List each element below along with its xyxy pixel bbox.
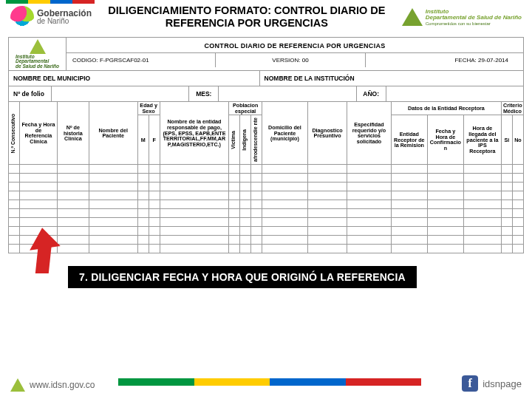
meta-fecha: FECHA: 29-07-2014 <box>366 53 523 67</box>
slide-header: Gobernación de Nariño DILIGENCIAMIENTO F… <box>0 0 532 33</box>
table-body <box>9 165 524 253</box>
idsn-line2: Departamental de Salud de Nariño <box>426 14 522 21</box>
col-entidad-pago: Nombre de la entidad responsable de pago… <box>160 102 229 165</box>
triangle-icon <box>30 39 46 54</box>
col-domicilio: Domicilio del Paciente (municipio) <box>262 102 308 165</box>
col-especifidad: Especifidad requerido y/o servicios soli… <box>347 102 392 165</box>
table-row <box>9 165 524 174</box>
table-row <box>9 227 524 236</box>
col-afro: afrodescendie nte <box>253 116 258 163</box>
meta-codigo: CODIGO: F-PGRSCAF02-01 <box>66 53 216 67</box>
col-diagnostico: Diagnostico Presuntivo <box>307 102 347 165</box>
idsn-logo: Instituto Departamental de Salud de Nari… <box>402 8 522 26</box>
field-mes[interactable] <box>219 86 356 101</box>
slide-title: DILIGENCIAMIENTO FORMATO: CONTROL DIARIO… <box>99 4 395 30</box>
form-table: N.º Consecutivo Fecha y Hora de Referenc… <box>8 102 524 253</box>
col-edad-sexo: Edad y Sexo <box>137 102 160 115</box>
label-mes: MES: <box>189 86 219 101</box>
col-historia: Nº de historia Clínica <box>58 102 89 165</box>
col-criterio: Criterio Médico <box>501 102 523 115</box>
col-victima: Victima <box>231 129 236 151</box>
footer-color-bar <box>118 378 421 386</box>
col-fecha-conf: Fecha y Hora de Confirmacio n <box>427 115 463 165</box>
triangle-icon <box>402 8 423 26</box>
table-row <box>9 245 524 253</box>
field-ano[interactable] <box>386 86 523 101</box>
field-municipio[interactable] <box>95 71 259 86</box>
triangle-icon <box>10 378 25 392</box>
table-row <box>9 174 524 183</box>
col-indigena: Indigena <box>242 128 247 152</box>
heart-icon <box>10 6 34 28</box>
meta-version: VERSION: 00 <box>216 53 365 67</box>
label-ano: AÑO: <box>357 86 386 101</box>
field-folio[interactable] <box>52 86 189 101</box>
col-paciente: Nombre del Paciente <box>89 102 137 165</box>
table-row <box>9 200 524 209</box>
table-row <box>9 218 524 227</box>
col-fecha-ref: Fecha y Hora de Referencia Clínica <box>19 102 57 165</box>
col-poblacion: Poblacion especial <box>229 102 262 115</box>
gobernacion-logo: Gobernación de Nariño <box>10 6 92 28</box>
col-entidad-rec: Entidad Receptor de la Remision <box>391 115 427 165</box>
top-color-stripe <box>6 0 95 4</box>
table-row <box>9 209 524 218</box>
idsn-tag: Comprometidos con su bienestar <box>426 21 491 26</box>
facebook-icon: f <box>462 375 478 392</box>
form-heading: CONTROL DIARIO DE REFERENCIA POR URGENCI… <box>66 38 523 53</box>
col-consecutivo: N.º Consecutivo <box>10 112 16 155</box>
field-institucion[interactable] <box>359 71 523 86</box>
col-f: F <box>149 115 160 165</box>
form-sheet: InstitutoDepartamentalde Salud de Nariño… <box>7 36 525 255</box>
col-no: No <box>512 115 523 165</box>
label-folio: Nº de folio <box>9 86 52 101</box>
table-row <box>9 236 524 245</box>
label-municipio: NOMBRE DEL MUNICIPIO <box>9 71 95 86</box>
col-si: Si <box>501 115 512 165</box>
sheet-logo: InstitutoDepartamentalde Salud de Nariño <box>9 38 66 71</box>
col-datos-receptora: Datos de la Entidad Receptora <box>391 102 501 115</box>
label-institucion: NOMBRE DE LA INSTITUCIÓN <box>260 71 359 86</box>
step-caption: 7. DILIGENCIAR FECHA Y HORA QUE ORIGINÓ … <box>68 266 417 288</box>
col-m: M <box>137 115 149 165</box>
table-row <box>9 183 524 191</box>
table-row <box>9 191 524 200</box>
footer-url: www.idsn.gov.co <box>30 380 95 390</box>
slide-footer: www.idsn.gov.co f idsnpage <box>0 365 532 399</box>
col-hora-llegada: Hora de llegada del paciente a la IPS Re… <box>463 115 501 165</box>
gob-sub: de Nariño <box>37 17 69 25</box>
footer-page: idsnpage <box>482 378 522 389</box>
